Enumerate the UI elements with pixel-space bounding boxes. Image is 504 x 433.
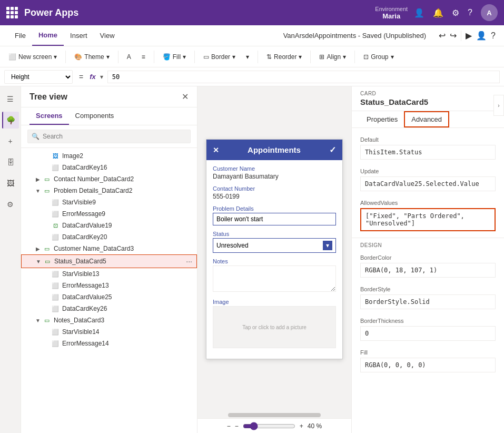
list-item[interactable]: ▼ ▭ Problem Details_DataCard2 bbox=[21, 185, 197, 196]
problem-details-input[interactable] bbox=[213, 213, 336, 225]
item-label: Notes_DataCard3 bbox=[54, 317, 193, 324]
zoom-plus-icon[interactable]: + bbox=[300, 422, 303, 430]
menu-file[interactable]: File bbox=[8, 25, 32, 46]
new-screen-chevron: ▾ bbox=[54, 53, 57, 61]
property-select[interactable]: Height bbox=[4, 70, 73, 84]
rp-borderthickness-value[interactable]: 0 bbox=[360, 326, 496, 341]
help2-icon[interactable]: ? bbox=[491, 31, 496, 41]
waffle-menu[interactable] bbox=[6, 7, 18, 18]
reorder-button[interactable]: ⇅ Reorder ▾ bbox=[262, 51, 306, 63]
sidebar-tree-icon[interactable]: 🌳 bbox=[2, 112, 19, 129]
list-item[interactable]: ▼ ▭ Notes_DataCard3 bbox=[21, 314, 197, 326]
canvas-scrollbar[interactable] bbox=[197, 412, 351, 418]
rp-default-value[interactable]: ThisItem.Status bbox=[360, 145, 496, 160]
top-navigation: Power Apps Environment Maria 👤 🔔 ⚙ ? A bbox=[0, 0, 504, 25]
text-icon: A bbox=[127, 53, 131, 61]
sidebar-media-icon[interactable]: 🖼 bbox=[2, 175, 19, 192]
zoom-out-icon[interactable]: − bbox=[227, 422, 231, 430]
sidebar-menu-icon[interactable]: ☰ bbox=[2, 91, 19, 107]
share-icon[interactable]: 👤 bbox=[476, 31, 487, 41]
sidebar-add-icon[interactable]: + bbox=[2, 133, 19, 150]
theme-button[interactable]: 🎨 Theme ▾ bbox=[70, 51, 113, 63]
new-screen-button[interactable]: ⬜ New screen ▾ bbox=[4, 51, 61, 63]
formula-input[interactable] bbox=[107, 71, 500, 83]
rp-default-label: Default bbox=[360, 136, 496, 143]
rp-allowedvalues-value[interactable]: ["Fixed", "Parts Ordered", "Unresolved"] bbox=[360, 208, 496, 231]
text-format-button[interactable]: A bbox=[123, 51, 135, 63]
waffle-icon[interactable] bbox=[6, 7, 18, 18]
card-close-icon[interactable]: ✕ bbox=[213, 146, 219, 154]
undo-icon[interactable]: ↩ bbox=[439, 31, 446, 41]
rp-bordercolor-value[interactable]: RGBA(0, 18, 107, 1) bbox=[360, 263, 496, 278]
border-extra-button[interactable]: ▾ bbox=[242, 51, 253, 63]
redo-icon[interactable]: ↪ bbox=[450, 31, 457, 41]
list-item[interactable]: 🖼 Image2 bbox=[21, 150, 197, 162]
status-dropdown[interactable]: Unresolved ▾ bbox=[213, 238, 336, 253]
canvas-scroll-thumb[interactable] bbox=[228, 413, 320, 417]
help-icon[interactable]: ? bbox=[468, 8, 472, 17]
bell-icon[interactable]: 🔔 bbox=[433, 8, 443, 18]
expand-icon[interactable]: ▶ bbox=[34, 246, 42, 252]
list-item[interactable]: ⬜ StarVisible9 bbox=[21, 196, 197, 208]
card-check-icon[interactable]: ✓ bbox=[329, 145, 336, 155]
list-item[interactable]: ⬜ ErrorMessage9 bbox=[21, 208, 197, 220]
rp-update-value[interactable]: DataCardValue25.Selected.Value bbox=[360, 176, 496, 191]
zoom-slider[interactable] bbox=[243, 422, 295, 430]
notes-input[interactable] bbox=[213, 265, 336, 292]
expand-icon[interactable]: ▼ bbox=[34, 188, 42, 194]
user-icon[interactable]: 👤 bbox=[414, 8, 424, 18]
list-item[interactable]: ⬜ DataCardKey20 bbox=[21, 231, 197, 243]
menu-home[interactable]: Home bbox=[32, 25, 64, 46]
item-label: DataCardKey16 bbox=[62, 164, 193, 171]
toolbar-sep-7 bbox=[354, 51, 355, 63]
tab-components[interactable]: Components bbox=[69, 107, 121, 125]
sidebar-data-icon[interactable]: 🗄 bbox=[2, 154, 19, 171]
expand-icon[interactable]: ▼ bbox=[34, 318, 42, 323]
border-button[interactable]: ▭ Border ▾ bbox=[199, 51, 240, 63]
panel-close-button[interactable]: ✕ bbox=[182, 92, 189, 102]
list-item[interactable]: ⬜ StarVisible13 bbox=[21, 268, 197, 280]
list-item[interactable]: ⬜ StarVisible14 bbox=[21, 326, 197, 338]
menu-view[interactable]: View bbox=[94, 25, 121, 46]
expand-icon[interactable]: ▼ bbox=[34, 259, 43, 264]
run-icon[interactable]: ▶ bbox=[466, 31, 472, 41]
list-item[interactable]: ⬜ DataCardKey16 bbox=[21, 162, 197, 173]
list-item[interactable]: ⬜ DataCardKey26 bbox=[21, 303, 197, 314]
status-value: Unresolved bbox=[216, 242, 249, 249]
tab-screens[interactable]: Screens bbox=[29, 107, 69, 125]
list-item[interactable]: ▶ ▭ Customer Name_DataCard3 bbox=[21, 243, 197, 254]
rp-field-borderstyle: BorderStyle BorderStyle.Solid bbox=[352, 282, 504, 313]
fill-button[interactable]: 🪣 Fill ▾ bbox=[159, 51, 190, 63]
gear-icon[interactable]: ⚙ bbox=[452, 8, 459, 18]
rp-tab-properties[interactable]: Properties bbox=[360, 111, 404, 127]
list-item[interactable]: ▶ ▭ Contact Number_DataCard2 bbox=[21, 173, 197, 185]
toolbar: ⬜ New screen ▾ 🎨 Theme ▾ A ≡ 🪣 Fill ▾ ▭ … bbox=[0, 46, 504, 67]
rp-field-fill: Fill RGBA(0, 0, 0, 0) bbox=[352, 345, 504, 377]
rp-borderthickness-label: BorderThickness bbox=[360, 318, 496, 324]
sidebar-components-icon[interactable]: ⚙ bbox=[2, 196, 19, 213]
list-item[interactable]: ⬜ DataCardValue25 bbox=[21, 291, 197, 303]
rp-tab-advanced[interactable]: Advanced bbox=[404, 111, 449, 127]
avatar[interactable]: A bbox=[481, 4, 498, 21]
list-item[interactable]: ⊡ DataCardValue19 bbox=[21, 220, 197, 231]
more-icon[interactable]: ··· bbox=[186, 257, 192, 265]
canvas-inner[interactable]: ✕ Appointments ✓ Customer Name Damayanti… bbox=[197, 86, 351, 412]
menu-insert[interactable]: Insert bbox=[64, 25, 94, 46]
group-button[interactable]: ⊡ Group ▾ bbox=[359, 51, 398, 63]
rp-borderstyle-value[interactable]: BorderStyle.Solid bbox=[360, 294, 496, 309]
list-item-status-datacard5[interactable]: ▼ ▭ Status_DataCard5 ··· bbox=[21, 254, 197, 268]
collapse-panel-button[interactable]: › bbox=[493, 95, 504, 116]
group-icon: ▭ bbox=[42, 187, 52, 194]
list-item[interactable]: ⬜ ErrorMessage13 bbox=[21, 280, 197, 291]
card-body: Customer Name Damayanti Basumatary Conta… bbox=[206, 160, 342, 359]
search-input[interactable] bbox=[27, 130, 191, 143]
list-item[interactable]: ⬜ ErrorMessage14 bbox=[21, 338, 197, 349]
align-tb-button[interactable]: ⊞ Align ▾ bbox=[315, 51, 350, 63]
reorder-chevron: ▾ bbox=[299, 53, 302, 61]
expand-icon[interactable]: ▶ bbox=[34, 176, 42, 182]
image-placeholder[interactable]: Tap or click to add a picture bbox=[213, 306, 336, 348]
rp-fill-value[interactable]: RGBA(0, 0, 0, 0) bbox=[360, 358, 496, 372]
panel-title: Tree view bbox=[29, 92, 67, 102]
rp-card-name: Status_DataCard5 bbox=[352, 97, 504, 111]
align-button[interactable]: ≡ bbox=[137, 51, 150, 63]
